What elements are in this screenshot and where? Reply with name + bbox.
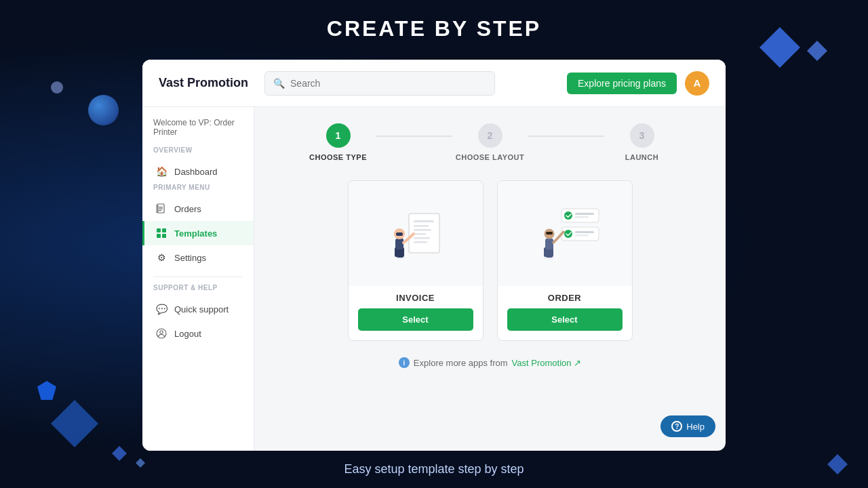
app-name: Vast Promotion bbox=[159, 76, 248, 90]
logout-icon bbox=[155, 327, 167, 340]
svg-rect-6 bbox=[162, 228, 166, 232]
search-icon: 🔍 bbox=[273, 78, 285, 89]
help-icon: ? bbox=[671, 421, 682, 432]
step-2: 2 CHOOSE LAYOUT bbox=[452, 123, 528, 161]
svg-point-26 bbox=[564, 211, 572, 220]
svg-rect-12 bbox=[414, 220, 434, 222]
step-connector-1 bbox=[376, 136, 452, 137]
sidebar-item-settings[interactable]: ⚙ Settings bbox=[142, 245, 254, 270]
sidebar-item-logout[interactable]: Logout bbox=[142, 321, 254, 346]
svg-rect-22 bbox=[395, 239, 403, 249]
settings-icon: ⚙ bbox=[155, 251, 167, 264]
svg-rect-3 bbox=[159, 210, 161, 211]
search-bar[interactable]: 🔍 bbox=[264, 71, 495, 96]
topbar-right: Explore pricing plans A bbox=[567, 71, 709, 96]
primary-section-label: PRIMARY MENU bbox=[142, 184, 254, 197]
search-input[interactable] bbox=[290, 78, 486, 89]
svg-rect-5 bbox=[157, 228, 161, 232]
sidebar-item-orders[interactable]: Orders bbox=[142, 197, 254, 221]
footer-text: Easy setup template step by step bbox=[344, 462, 524, 476]
svg-point-30 bbox=[564, 230, 572, 238]
overview-section-label: OVERVIEW bbox=[142, 146, 254, 159]
explore-text: Explore more apps from bbox=[414, 358, 508, 368]
svg-rect-31 bbox=[575, 231, 594, 233]
invoice-select-button[interactable]: Select bbox=[358, 308, 473, 331]
orders-icon bbox=[155, 203, 167, 215]
svg-rect-14 bbox=[414, 229, 431, 231]
svg-rect-37 bbox=[545, 239, 553, 249]
svg-rect-8 bbox=[162, 234, 166, 238]
sidebar-label-settings: Settings bbox=[174, 253, 206, 263]
cards-row: INVOICE Select bbox=[348, 180, 633, 341]
svg-rect-17 bbox=[414, 241, 427, 243]
templates-icon bbox=[155, 227, 167, 239]
sidebar-label-logout: Logout bbox=[174, 329, 201, 339]
svg-rect-27 bbox=[575, 213, 594, 215]
explore-pricing-button[interactable]: Explore pricing plans bbox=[567, 73, 677, 94]
step-3: 3 LAUNCH bbox=[604, 123, 680, 161]
explore-link[interactable]: Vast Promotion ↗ bbox=[512, 358, 582, 368]
support-icon: 💬 bbox=[155, 303, 167, 315]
main-content: 1 CHOOSE TYPE 2 CHOOSE LAYOUT 3 LAUNC bbox=[254, 107, 726, 451]
sidebar-label-dashboard: Dashboard bbox=[174, 167, 218, 177]
sidebar-item-dashboard[interactable]: 🏠 Dashboard bbox=[142, 159, 254, 184]
steps-row: 1 CHOOSE TYPE 2 CHOOSE LAYOUT 3 LAUNC bbox=[300, 123, 680, 161]
svg-rect-16 bbox=[414, 237, 430, 239]
svg-rect-24 bbox=[396, 232, 403, 236]
step-1-label: CHOOSE TYPE bbox=[309, 153, 367, 161]
topbar: Vast Promotion 🔍 Explore pricing plans A bbox=[142, 60, 726, 107]
svg-rect-1 bbox=[159, 207, 163, 207]
step-1: 1 CHOOSE TYPE bbox=[300, 123, 376, 161]
avatar: A bbox=[685, 71, 709, 96]
sidebar-item-templates[interactable]: Templates bbox=[142, 221, 254, 245]
page-footer: Easy setup template step by step bbox=[0, 451, 868, 488]
sidebar-item-quick-support[interactable]: 💬 Quick support bbox=[142, 297, 254, 321]
sidebar-label-templates: Templates bbox=[174, 228, 217, 239]
step-connector-2 bbox=[528, 136, 604, 137]
step-2-label: CHOOSE LAYOUT bbox=[456, 153, 524, 161]
svg-rect-7 bbox=[157, 234, 161, 238]
help-button[interactable]: ? Help bbox=[660, 415, 715, 437]
sidebar-label-quick-support: Quick support bbox=[174, 304, 229, 314]
step-1-circle: 1 bbox=[326, 123, 351, 148]
support-section-label: SUPPORT & HELP bbox=[142, 284, 254, 297]
invoice-card-label: INVOICE bbox=[349, 286, 483, 308]
body-layout: Welcome to VP: Order Printer OVERVIEW 🏠 … bbox=[142, 107, 726, 451]
sidebar: Welcome to VP: Order Printer OVERVIEW 🏠 … bbox=[142, 107, 254, 451]
modal: Vast Promotion 🔍 Explore pricing plans A… bbox=[142, 60, 726, 451]
svg-rect-28 bbox=[575, 216, 589, 218]
step-3-label: LAUNCH bbox=[625, 153, 658, 161]
sidebar-label-orders: Orders bbox=[174, 204, 201, 214]
order-card: ORDER Select bbox=[497, 180, 633, 341]
page-header: CREATE BY STEP bbox=[0, 0, 868, 58]
order-select-button[interactable]: Select bbox=[507, 308, 623, 331]
step-2-circle: 2 bbox=[478, 123, 502, 148]
svg-rect-39 bbox=[546, 232, 553, 235]
help-label: Help bbox=[686, 422, 705, 432]
info-icon: i bbox=[399, 357, 410, 368]
invoice-illustration bbox=[349, 181, 483, 286]
sidebar-welcome: Welcome to VP: Order Printer bbox=[142, 118, 254, 146]
step-3-circle: 3 bbox=[630, 123, 654, 148]
invoice-card: INVOICE Select bbox=[348, 180, 484, 341]
svg-rect-13 bbox=[414, 225, 429, 227]
sidebar-divider bbox=[153, 277, 243, 277]
svg-rect-32 bbox=[575, 235, 589, 237]
explore-note: i Explore more apps from Vast Promotion … bbox=[399, 357, 581, 368]
page-title: CREATE BY STEP bbox=[327, 16, 541, 41]
svg-point-10 bbox=[160, 331, 163, 333]
svg-rect-2 bbox=[159, 209, 163, 209]
order-illustration bbox=[498, 181, 632, 286]
svg-rect-15 bbox=[414, 233, 426, 235]
home-icon: 🏠 bbox=[155, 165, 167, 178]
order-card-label: ORDER bbox=[498, 286, 632, 308]
